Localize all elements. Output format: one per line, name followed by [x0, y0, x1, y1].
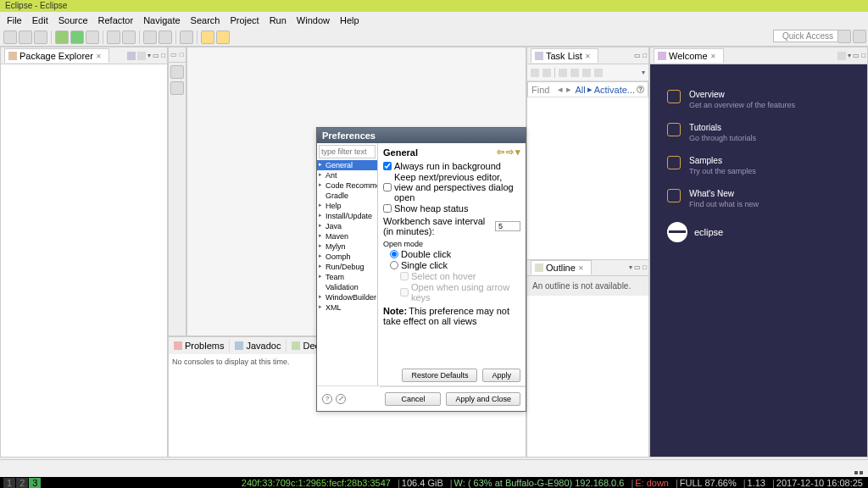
quick-access-input[interactable]: Quick Access — [773, 30, 843, 42]
menu-icon[interactable]: ▾ — [515, 147, 520, 158]
home-icon[interactable] — [837, 52, 846, 60]
menu-project[interactable]: Project — [225, 14, 264, 27]
view-menu-icon[interactable]: ▾ — [848, 52, 851, 60]
open-type-button[interactable] — [143, 30, 157, 44]
debug-button[interactable] — [55, 30, 69, 44]
tree-item-java[interactable]: Java — [317, 221, 377, 231]
tree-item-ant[interactable]: Ant — [317, 170, 377, 180]
menu-navigate[interactable]: Navigate — [138, 14, 185, 27]
sync-icon[interactable] — [582, 69, 591, 77]
radio-row[interactable]: Double click — [390, 249, 520, 259]
breadcrumb-all[interactable]: All — [575, 85, 585, 95]
menu-source[interactable]: Source — [53, 14, 93, 27]
task-list-tab[interactable]: Task List ✕ — [531, 48, 598, 63]
filter-input[interactable] — [319, 145, 376, 158]
checkbox-row[interactable]: Always run in background — [383, 161, 520, 171]
checkbox[interactable] — [383, 162, 392, 170]
minimize-icon[interactable]: ▭ — [634, 52, 641, 59]
cancel-button[interactable]: Cancel — [385, 392, 441, 406]
forward-icon[interactable]: ⇨ — [506, 147, 514, 158]
tree-item-maven[interactable]: Maven — [317, 231, 377, 241]
checkbox[interactable] — [383, 204, 392, 213]
breadcrumb-activate[interactable]: Activate... — [594, 85, 635, 95]
menu-window[interactable]: Window — [292, 14, 335, 27]
help-icon[interactable]: ? — [322, 394, 332, 404]
minimize-icon[interactable]: ▭ — [853, 52, 860, 60]
tree-item-help[interactable]: Help — [317, 201, 377, 211]
forward-button[interactable] — [216, 30, 230, 44]
new-class-button[interactable] — [122, 30, 136, 44]
radio-row[interactable]: Single click — [390, 260, 520, 270]
strip-btn[interactable] — [170, 81, 184, 95]
view-menu-icon[interactable]: ▾ — [642, 69, 645, 76]
welcome-tab[interactable]: Welcome ✕ — [654, 48, 724, 63]
tree-item-rundebug[interactable]: Run/Debug — [317, 262, 377, 272]
tree-item-team[interactable]: Team — [317, 272, 377, 282]
save-all-button[interactable] — [34, 30, 47, 44]
tree-item-oomph[interactable]: Oomph — [317, 252, 377, 262]
java-perspective-button[interactable] — [853, 30, 866, 43]
menu-search[interactable]: Search — [186, 14, 225, 27]
tree-item-windowbuilder[interactable]: WindowBuilder — [317, 292, 377, 302]
minimize-icon[interactable]: ▭ — [634, 263, 641, 271]
tab-javadoc[interactable]: Javadoc — [230, 339, 287, 352]
tree-item-mylyn[interactable]: Mylyn — [317, 241, 377, 252]
run-last-button[interactable] — [86, 30, 99, 44]
minimize-icon[interactable]: ▭ — [153, 52, 159, 60]
checkbox-row[interactable]: Show heap status — [383, 203, 520, 214]
maximize-icon[interactable]: □ — [161, 52, 165, 60]
clear-icon[interactable]: ◂ — [558, 84, 563, 95]
back-button[interactable] — [201, 30, 214, 44]
categorize-icon[interactable] — [542, 69, 551, 77]
open-perspective-button[interactable] — [837, 30, 851, 43]
maximize-icon[interactable]: □ — [861, 52, 865, 60]
checkbox-row[interactable]: Keep next/previous editor, view and pers… — [383, 172, 520, 202]
workbench-interval-input[interactable] — [495, 221, 520, 231]
new-package-button[interactable] — [107, 30, 120, 44]
tree-item-installupdate[interactable]: Install/Update — [317, 211, 377, 221]
tree-item-coderecommenders[interactable]: Code Recommenders — [317, 180, 377, 191]
restore-defaults-button[interactable]: Restore Defaults — [402, 369, 477, 382]
menu-refactor[interactable]: Refactor — [93, 14, 139, 27]
apply-close-button[interactable]: Apply and Close — [446, 392, 520, 406]
package-explorer-tab[interactable]: Package Explorer ✕ — [4, 48, 109, 63]
menu-edit[interactable]: Edit — [27, 14, 53, 27]
link-icon[interactable] — [127, 52, 136, 60]
workspace-1[interactable]: 1 — [3, 478, 15, 488]
tab-problems[interactable]: Problems — [169, 339, 230, 352]
search-button[interactable] — [159, 30, 172, 44]
radio[interactable] — [390, 250, 398, 258]
welcome-tutorials[interactable]: TutorialsGo through tutorials — [667, 123, 850, 142]
new-button[interactable] — [3, 30, 17, 44]
collapse-icon[interactable] — [137, 52, 146, 60]
import-export-icon[interactable]: ⤢ — [336, 394, 346, 404]
maximize-icon[interactable]: □ — [643, 263, 647, 271]
view-menu-icon[interactable]: ▾ — [147, 52, 151, 60]
run-button[interactable] — [70, 30, 84, 44]
welcome-whatsnew[interactable]: What's NewFind out what is new — [667, 189, 850, 208]
radio[interactable] — [390, 261, 398, 269]
new-task-icon[interactable] — [531, 69, 539, 77]
collapse-icon[interactable] — [594, 69, 603, 77]
apply-button[interactable]: Apply — [482, 369, 520, 382]
menu-file[interactable]: File — [2, 14, 27, 27]
menu-help[interactable]: Help — [335, 14, 364, 27]
back-icon[interactable]: ⇦ — [497, 147, 504, 158]
outline-tab[interactable]: Outline ✕ — [531, 260, 592, 274]
welcome-samples[interactable]: SamplesTry out the samples — [667, 156, 850, 175]
checkbox[interactable] — [383, 183, 392, 191]
strip-btn[interactable] — [170, 65, 184, 79]
workspace-2[interactable]: 2 — [16, 478, 28, 488]
welcome-overview[interactable]: OverviewGet an overview of the features — [667, 90, 850, 109]
maximize-icon[interactable]: □ — [643, 52, 647, 59]
toggle-button[interactable] — [180, 30, 193, 44]
view-menu-icon[interactable]: ▾ — [629, 263, 632, 271]
save-button[interactable] — [19, 30, 32, 44]
help-icon[interactable]: ? — [637, 86, 644, 93]
tree-item-gradle[interactable]: Gradle — [317, 191, 377, 201]
workspace-3[interactable]: 3 — [29, 478, 41, 488]
focus-icon[interactable] — [570, 69, 579, 77]
tree-item-general[interactable]: General — [317, 160, 377, 170]
menu-run[interactable]: Run — [264, 14, 292, 27]
schedule-icon[interactable] — [559, 69, 567, 77]
